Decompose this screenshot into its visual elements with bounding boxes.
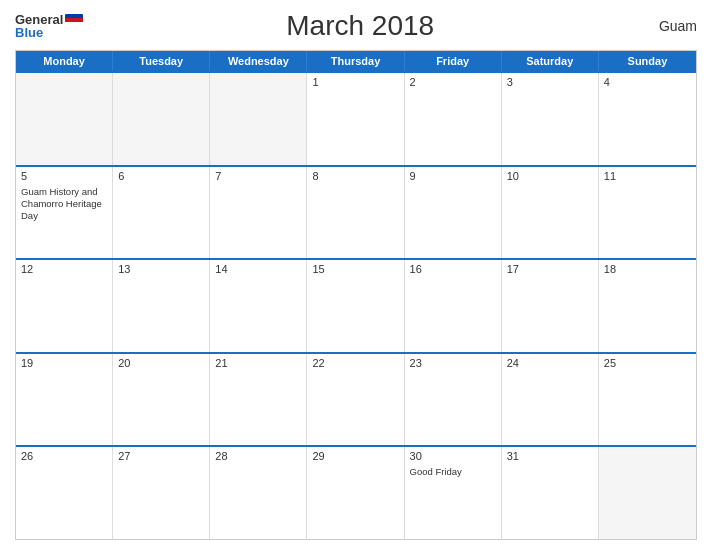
day-number: 8 — [312, 170, 398, 182]
day-cell: 28 — [210, 447, 307, 539]
day-number: 24 — [507, 357, 593, 369]
day-number: 11 — [604, 170, 691, 182]
day-cell: 24 — [502, 354, 599, 446]
day-cell: 12 — [16, 260, 113, 352]
day-cell: 15 — [307, 260, 404, 352]
day-cell: 1 — [307, 73, 404, 165]
day-cell: 13 — [113, 260, 210, 352]
day-header-saturday: Saturday — [502, 51, 599, 71]
day-number: 17 — [507, 263, 593, 275]
logo-blue-text: Blue — [15, 26, 83, 39]
day-number: 16 — [410, 263, 496, 275]
day-cell — [210, 73, 307, 165]
day-number: 22 — [312, 357, 398, 369]
day-number: 30 — [410, 450, 496, 462]
day-number: 12 — [21, 263, 107, 275]
logo: General Blue — [15, 13, 83, 39]
day-number: 18 — [604, 263, 691, 275]
region-label: Guam — [637, 18, 697, 34]
day-number: 25 — [604, 357, 691, 369]
day-cell: 8 — [307, 167, 404, 259]
day-cell: 23 — [405, 354, 502, 446]
week-row-5: 2627282930Good Friday31 — [16, 445, 696, 539]
day-number: 21 — [215, 357, 301, 369]
event-label: Good Friday — [410, 466, 496, 478]
day-cell: 2 — [405, 73, 502, 165]
day-number: 5 — [21, 170, 107, 182]
day-header-wednesday: Wednesday — [210, 51, 307, 71]
day-number: 1 — [312, 76, 398, 88]
day-number: 13 — [118, 263, 204, 275]
day-number: 26 — [21, 450, 107, 462]
day-header-monday: Monday — [16, 51, 113, 71]
day-number: 31 — [507, 450, 593, 462]
day-cell: 9 — [405, 167, 502, 259]
day-number: 2 — [410, 76, 496, 88]
day-cell: 6 — [113, 167, 210, 259]
day-header-friday: Friday — [405, 51, 502, 71]
day-cell: 22 — [307, 354, 404, 446]
day-cell: 17 — [502, 260, 599, 352]
day-number: 28 — [215, 450, 301, 462]
day-cell: 26 — [16, 447, 113, 539]
day-number: 10 — [507, 170, 593, 182]
day-cell — [113, 73, 210, 165]
day-header-sunday: Sunday — [599, 51, 696, 71]
day-number: 20 — [118, 357, 204, 369]
day-header-thursday: Thursday — [307, 51, 404, 71]
day-cell: 14 — [210, 260, 307, 352]
day-cell: 10 — [502, 167, 599, 259]
day-headers-row: MondayTuesdayWednesdayThursdayFridaySatu… — [16, 51, 696, 71]
header: General Blue March 2018 Guam — [15, 10, 697, 42]
day-cell: 4 — [599, 73, 696, 165]
logo-flag-icon — [65, 14, 83, 26]
day-number: 6 — [118, 170, 204, 182]
day-cell: 25 — [599, 354, 696, 446]
day-cell: 5Guam History and Chamorro Heritage Day — [16, 167, 113, 259]
day-cell: 27 — [113, 447, 210, 539]
calendar-title: March 2018 — [83, 10, 637, 42]
day-number: 27 — [118, 450, 204, 462]
day-cell: 11 — [599, 167, 696, 259]
day-cell: 19 — [16, 354, 113, 446]
day-cell: 30Good Friday — [405, 447, 502, 539]
day-number: 9 — [410, 170, 496, 182]
calendar-page: General Blue March 2018 Guam MondayTuesd… — [0, 0, 712, 550]
week-row-3: 12131415161718 — [16, 258, 696, 352]
day-cell: 20 — [113, 354, 210, 446]
day-number: 15 — [312, 263, 398, 275]
day-cell — [16, 73, 113, 165]
day-number: 4 — [604, 76, 691, 88]
day-cell: 31 — [502, 447, 599, 539]
calendar-grid: MondayTuesdayWednesdayThursdayFridaySatu… — [15, 50, 697, 540]
week-row-4: 19202122232425 — [16, 352, 696, 446]
event-label: Guam History and Chamorro Heritage Day — [21, 186, 107, 223]
day-header-tuesday: Tuesday — [113, 51, 210, 71]
day-number: 23 — [410, 357, 496, 369]
day-number: 3 — [507, 76, 593, 88]
day-number: 14 — [215, 263, 301, 275]
day-cell — [599, 447, 696, 539]
day-cell: 3 — [502, 73, 599, 165]
day-number: 7 — [215, 170, 301, 182]
day-cell: 16 — [405, 260, 502, 352]
day-cell: 7 — [210, 167, 307, 259]
day-number: 19 — [21, 357, 107, 369]
day-cell: 21 — [210, 354, 307, 446]
week-row-1: 1234 — [16, 71, 696, 165]
day-number: 29 — [312, 450, 398, 462]
weeks-container: 12345Guam History and Chamorro Heritage … — [16, 71, 696, 539]
week-row-2: 5Guam History and Chamorro Heritage Day6… — [16, 165, 696, 259]
day-cell: 29 — [307, 447, 404, 539]
day-cell: 18 — [599, 260, 696, 352]
